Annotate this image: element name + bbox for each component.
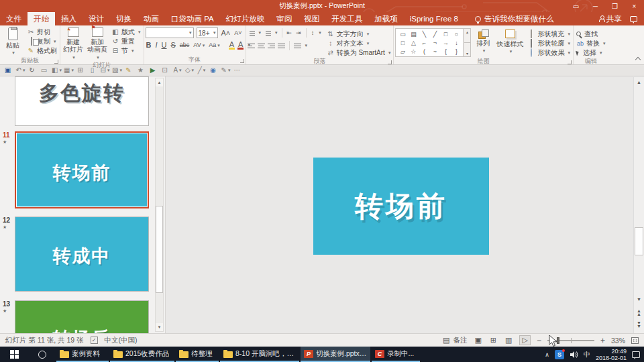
next-slide-button[interactable]: ▼▼	[634, 319, 644, 329]
taskbar-item[interactable]: C 录制中...	[372, 347, 420, 362]
scroll-down-arrow[interactable]: ▼	[634, 294, 644, 304]
clear-formatting-button[interactable]: abc	[179, 42, 191, 48]
comments-icon[interactable]	[630, 16, 637, 22]
shape-icon[interactable]: △	[408, 38, 419, 47]
window-button[interactable]: ▭	[566, 0, 586, 12]
scroll-down-arrow[interactable]: ▼	[156, 323, 163, 331]
scrollbar-thumb[interactable]	[635, 227, 643, 255]
shape-fill-button[interactable]: 形状填充▾	[526, 29, 572, 38]
shape-icon[interactable]: ~	[429, 47, 440, 56]
shape-icon[interactable]: →	[440, 38, 451, 47]
collapse-ribbon-button[interactable]	[635, 57, 641, 62]
ribbon-tab[interactable]: 加载项	[368, 12, 404, 25]
line-spacing-button[interactable]: ↕	[311, 29, 315, 36]
shape-icon[interactable]: ☆	[408, 47, 419, 56]
window-button[interactable]: ─	[586, 0, 605, 12]
layout-button[interactable]: ◧版式▾	[110, 27, 142, 36]
paste-button[interactable]: 粘贴▾	[1, 26, 24, 56]
shape-icon[interactable]: }	[451, 47, 462, 56]
cut-button[interactable]: ✂剪切	[25, 27, 58, 36]
shape-icon[interactable]: {	[440, 47, 451, 56]
strikethrough-button[interactable]: S	[170, 41, 176, 49]
zoom-in-button[interactable]: +	[600, 336, 605, 345]
numbering-button[interactable]	[264, 29, 271, 37]
zoom-out-button[interactable]: −	[537, 336, 541, 345]
zoom-slider-thumb[interactable]	[557, 337, 559, 344]
qat-icon[interactable]: ▭	[39, 66, 50, 76]
change-case-button[interactable]: Aa▾	[208, 42, 221, 48]
ribbon-tab[interactable]: 设计	[83, 12, 110, 25]
shape-icon[interactable]: ▤	[408, 29, 419, 38]
language-indicator[interactable]: 中文(中国)	[105, 336, 138, 345]
font-dialog-launcher[interactable]	[240, 59, 244, 63]
shapes-gallery-scroll[interactable]: ▴▾	[464, 28, 471, 57]
slide-counter[interactable]: 幻灯片 第 11 张, 共 19 张	[5, 336, 84, 345]
font-name-combo[interactable]: ▾	[146, 27, 194, 38]
ribbon-tab[interactable]: iSpring Free 8	[404, 12, 464, 25]
align-text-button[interactable]: ↕对齐文本▾	[325, 39, 392, 48]
shrink-font-button[interactable]: A˅	[233, 29, 242, 36]
normal-view-button[interactable]: ▣	[473, 336, 482, 345]
window-button[interactable]: ×	[625, 0, 644, 12]
zoom-percentage[interactable]: 33%	[611, 337, 625, 345]
align-left-button[interactable]	[248, 42, 255, 50]
font-size-combo[interactable]: 18+▾	[197, 27, 218, 38]
qat-icon[interactable]: A ▾	[172, 66, 183, 76]
volume-icon[interactable]	[570, 351, 578, 359]
canvas-scrollbar[interactable]: ▲ ▼ ▲▲ ▼▼	[633, 77, 644, 333]
ribbon-tab[interactable]: 审阅	[270, 12, 298, 25]
qat-icon[interactable]: ⋯	[232, 66, 244, 76]
sogou-ime-icon[interactable]: S	[555, 350, 564, 359]
action-center-icon[interactable]	[632, 351, 640, 358]
cortana-button[interactable]	[28, 347, 56, 362]
columns-button[interactable]	[294, 42, 301, 50]
shape-icon[interactable]: (	[419, 47, 429, 56]
taskbar-item[interactable]: P 切换案例.pptx - P...	[301, 347, 370, 362]
convert-smartart-button[interactable]: ⇄转换为 SmartArt▾	[325, 48, 392, 57]
section-button[interactable]: ⊟节▾	[110, 46, 142, 55]
shape-icon[interactable]: ▱	[397, 47, 408, 56]
ribbon-tab[interactable]: 切换	[110, 12, 138, 25]
highlight-color-button[interactable]: A	[229, 41, 235, 50]
grow-font-button[interactable]: A˄	[221, 29, 231, 37]
shape-icon[interactable]: ↓	[451, 38, 462, 47]
scrollbar-thumb[interactable]	[156, 206, 163, 293]
shape-icon[interactable]: ▭	[397, 29, 408, 38]
window-button[interactable]: ❐	[605, 0, 625, 12]
tray-expand-chevron[interactable]: ∧	[545, 351, 549, 358]
shape-icon[interactable]: ¬	[429, 38, 440, 47]
shape-icon[interactable]: ○	[451, 29, 462, 38]
slide-title-text[interactable]: 转场前	[355, 188, 447, 225]
select-button[interactable]: 选择▾	[575, 48, 607, 57]
qat-icon[interactable]: ⊡	[160, 66, 171, 76]
zoom-slider[interactable]	[547, 340, 594, 341]
new-animation-page-button[interactable]: 新加动画页▾	[86, 26, 109, 61]
thumbnail-scrollbar[interactable]: ▲ ▼	[155, 78, 164, 332]
drawing-dialog-launcher[interactable]	[568, 60, 572, 64]
shape-outline-button[interactable]: 形状轮廓▾	[526, 39, 572, 48]
decrease-indent-button[interactable]: ⇤	[286, 29, 293, 36]
spell-check-icon[interactable]: ✓	[91, 337, 98, 344]
reading-view-button[interactable]: ▥	[504, 336, 513, 345]
text-direction-button[interactable]: ⇅文字方向▾	[325, 29, 392, 38]
taskbar-item[interactable]: 8-10 开脑洞吧，来...	[220, 347, 299, 362]
fit-slide-to-window-button[interactable]	[631, 337, 639, 344]
scroll-up-arrow[interactable]: ▲	[634, 77, 644, 86]
previous-slide-button[interactable]: ▲▲	[634, 307, 644, 317]
slide-thumbnail-image[interactable]: 转成中	[15, 217, 149, 292]
ime-language-indicator[interactable]: 中	[584, 350, 590, 359]
ribbon-tab[interactable]: 动画	[138, 12, 165, 25]
increase-indent-button[interactable]: ⇥	[295, 29, 302, 36]
share-button[interactable]: 共享	[599, 14, 622, 24]
current-slide[interactable]: 转场前	[313, 158, 489, 255]
align-right-button[interactable]	[268, 42, 275, 50]
new-slide-button[interactable]: 新建幻灯片▾	[62, 26, 85, 61]
replace-button[interactable]: ab替换▾	[575, 39, 607, 48]
clock[interactable]: 20:49 2018-02-01	[596, 348, 627, 361]
ribbon-tab[interactable]: 开始	[28, 12, 55, 25]
qat-icon[interactable]: ▶	[148, 66, 159, 76]
qat-icon[interactable]: ◉	[208, 66, 219, 76]
character-spacing-button[interactable]: AV▾	[193, 42, 205, 48]
qat-icon[interactable]: ◧ ▾	[51, 66, 62, 76]
font-color-button[interactable]: A	[237, 41, 244, 50]
